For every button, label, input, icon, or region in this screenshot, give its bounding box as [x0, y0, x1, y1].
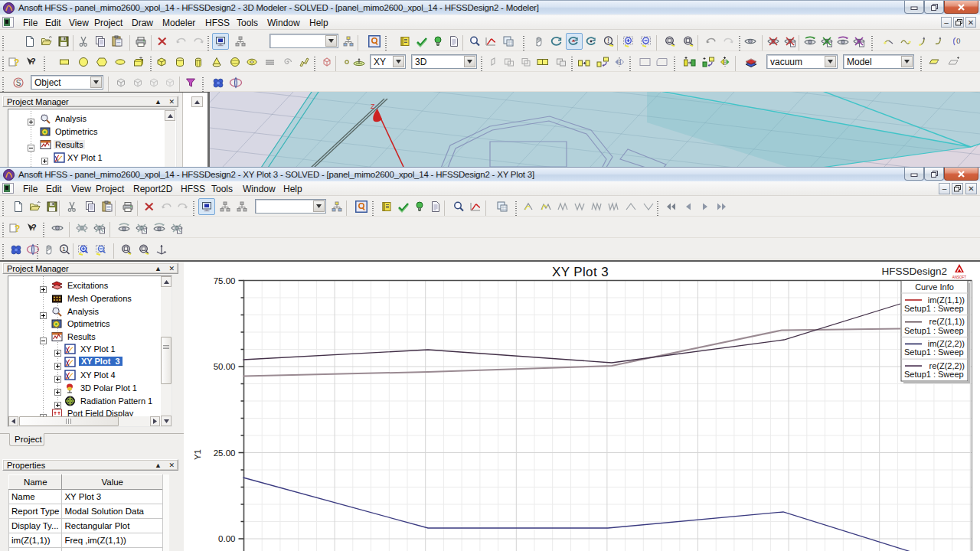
- svg-text:?: ?: [31, 57, 36, 66]
- svg-text:1: 1: [62, 246, 66, 253]
- svg-text:ANSOFT: ANSOFT: [952, 276, 967, 279]
- svg-text:S: S: [16, 79, 21, 87]
- svg-text:!: !: [607, 37, 609, 44]
- svg-text:25.00: 25.00: [214, 448, 236, 458]
- svg-text:Setup1 : Sweep: Setup1 : Sweep: [904, 326, 964, 335]
- svg-text:?: ?: [31, 223, 37, 232]
- svg-text:Z: Z: [371, 103, 375, 110]
- svg-text:Setup1 : Sweep: Setup1 : Sweep: [904, 370, 964, 379]
- svg-text:Curve Info: Curve Info: [915, 282, 954, 292]
- svg-text:re(Z(2,2)): re(Z(2,2)): [929, 361, 965, 370]
- svg-text:Y1: Y1: [193, 449, 202, 460]
- svg-text:50.00: 50.00: [214, 362, 236, 371]
- svg-text:Setup1 : Sweep: Setup1 : Sweep: [904, 347, 964, 357]
- svg-text:(): (): [956, 37, 961, 44]
- svg-text:XY Plot 3: XY Plot 3: [552, 265, 609, 279]
- svg-text:0.00: 0.00: [218, 534, 235, 543]
- svg-text:?: ?: [14, 57, 19, 68]
- svg-text:75.00: 75.00: [214, 276, 236, 285]
- svg-text:HFSSDesign2: HFSSDesign2: [881, 266, 947, 277]
- svg-text:im(Z(2,2)): im(Z(2,2)): [928, 339, 965, 348]
- svg-text:re(Z(1,1)): re(Z(1,1)): [929, 317, 965, 326]
- svg-text:Setup1 : Sweep: Setup1 : Sweep: [904, 304, 964, 313]
- svg-text:?: ?: [15, 223, 20, 234]
- svg-text:im(Z(1,1)): im(Z(1,1)): [928, 295, 965, 305]
